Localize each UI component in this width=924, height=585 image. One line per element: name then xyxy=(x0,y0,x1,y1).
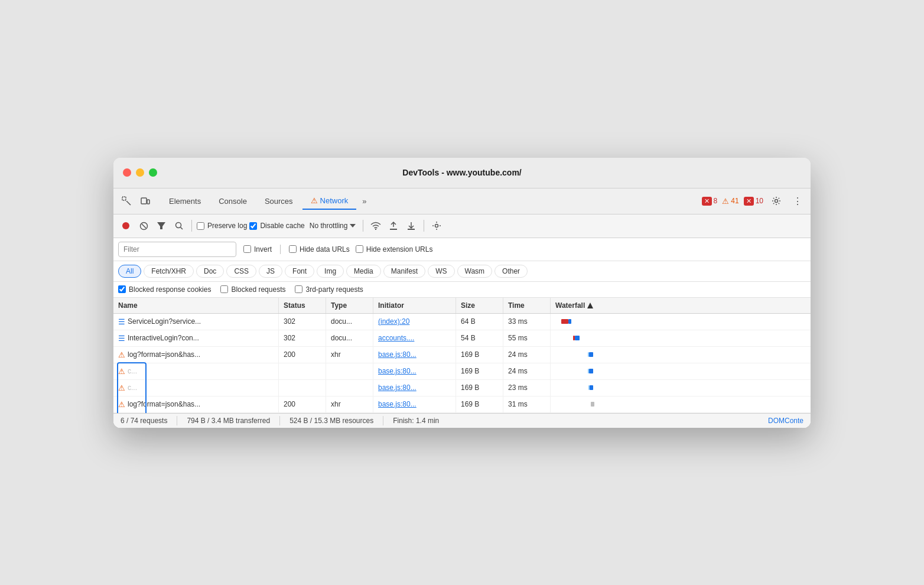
toolbar-separator-3 xyxy=(424,220,424,232)
initiator-link[interactable]: accounts.... xyxy=(378,334,414,342)
tab-sources[interactable]: Sources xyxy=(256,193,301,209)
blocked-cookies-input[interactable] xyxy=(118,285,126,293)
cell-initiator: base.js:80... xyxy=(373,380,456,396)
close-button[interactable] xyxy=(123,168,131,177)
clear-button[interactable] xyxy=(136,218,151,233)
initiator-link[interactable]: base.js:80... xyxy=(378,350,417,359)
cell-name: ⚠ c... xyxy=(113,380,279,396)
upload-icon[interactable] xyxy=(386,218,401,233)
svg-point-5 xyxy=(122,222,129,229)
warning-badge: ⚠ 41 xyxy=(722,197,738,206)
filter-input[interactable] xyxy=(118,242,236,257)
type-filter-media[interactable]: Media xyxy=(346,265,381,278)
doc-icon: ☰ xyxy=(118,317,125,326)
tab-console[interactable]: Console xyxy=(210,193,255,209)
blocked-requests-input[interactable] xyxy=(220,285,228,293)
more-tabs-icon[interactable]: » xyxy=(357,194,371,208)
tab-elements[interactable]: Elements xyxy=(161,193,209,209)
download-icon[interactable] xyxy=(404,218,419,233)
transferred-size: 794 B / 3.4 MB transferred xyxy=(187,417,270,425)
svg-point-4 xyxy=(775,200,778,203)
device-toggle-icon[interactable] xyxy=(137,193,154,209)
blocked-cookies-checkbox[interactable]: Blocked response cookies xyxy=(118,285,211,294)
type-filter-img[interactable]: Img xyxy=(317,265,344,278)
type-filter-all[interactable]: All xyxy=(118,265,141,278)
col-name[interactable]: Name xyxy=(113,298,279,313)
stop-recording-button[interactable] xyxy=(118,218,134,233)
initiator-link[interactable]: base.js:80... xyxy=(378,400,417,408)
throttle-select[interactable]: No throttling xyxy=(307,220,359,231)
initiator-link[interactable]: (index):20 xyxy=(378,317,409,326)
status-bar: 6 / 74 requests 794 B / 3.4 MB transferr… xyxy=(113,413,811,428)
svg-line-7 xyxy=(142,224,146,228)
blocked-requests-checkbox[interactable]: Blocked requests xyxy=(220,285,285,294)
third-party-checkbox[interactable]: 3rd-party requests xyxy=(295,285,363,294)
type-filter-css[interactable]: CSS xyxy=(226,265,256,278)
search-icon[interactable] xyxy=(171,218,187,233)
hide-ext-urls-input[interactable] xyxy=(356,245,363,253)
table-row[interactable]: ⚠ log?format=json&has... 200 xhr base.js… xyxy=(113,396,811,413)
cell-size: 169 B xyxy=(456,380,503,396)
table-row[interactable]: ☰ ServiceLogin?service... 302 docu... (i… xyxy=(113,314,811,330)
tab-network[interactable]: ⚠ Network xyxy=(302,193,357,210)
type-filter-wasm[interactable]: Wasm xyxy=(457,265,493,278)
cell-initiator: (index):20 xyxy=(373,314,456,330)
type-filter-other[interactable]: Other xyxy=(494,265,528,278)
col-time[interactable]: Time xyxy=(503,298,551,313)
col-waterfall[interactable]: Waterfall xyxy=(551,298,811,313)
col-type[interactable]: Type xyxy=(326,298,373,313)
col-initiator[interactable]: Initiator xyxy=(373,298,456,313)
type-filter-doc[interactable]: Doc xyxy=(196,265,224,278)
table-row[interactable]: ☰ InteractiveLogin?con... 302 docu... ac… xyxy=(113,330,811,347)
cell-time: 24 ms xyxy=(503,347,551,363)
cell-initiator: base.js:80... xyxy=(373,396,456,412)
type-filter-manifest[interactable]: Manifest xyxy=(383,265,425,278)
preserve-log-input[interactable] xyxy=(197,222,204,230)
cell-waterfall xyxy=(551,347,811,363)
type-filter-bar: All Fetch/XHR Doc CSS JS Font Img Media … xyxy=(113,261,811,282)
cell-size: 169 B xyxy=(456,347,503,363)
table-row[interactable]: ⚠ log?format=json&has... 200 xhr base.js… xyxy=(113,347,811,363)
maximize-button[interactable] xyxy=(149,168,157,177)
initiator-link[interactable]: base.js:80... xyxy=(378,384,417,392)
cell-status: 302 xyxy=(279,314,326,330)
minimize-button[interactable] xyxy=(136,168,144,177)
type-filter-font[interactable]: Font xyxy=(285,265,314,278)
disable-cache-input[interactable] xyxy=(249,222,257,230)
more-options-icon[interactable]: ⋮ xyxy=(789,193,806,209)
col-status[interactable]: Status xyxy=(279,298,326,313)
filter-input-wrap xyxy=(118,242,236,257)
window-title: DevTools - www.youtube.com/ xyxy=(402,168,521,177)
table-row[interactable]: ⚠ c... base.js:80... 169 B 24 ms xyxy=(113,363,811,380)
inspect-element-icon[interactable] xyxy=(118,193,135,209)
info-x-icon: ✕ xyxy=(744,197,754,206)
hide-data-urls-input[interactable] xyxy=(289,245,297,253)
initiator-link[interactable]: base.js:80... xyxy=(378,367,417,375)
cookie-filter-bar: Blocked response cookies Blocked request… xyxy=(113,282,811,298)
svg-point-12 xyxy=(375,229,376,230)
disable-cache-checkbox[interactable]: Disable cache xyxy=(249,222,304,230)
cell-status xyxy=(279,363,326,379)
type-filter-js[interactable]: JS xyxy=(259,265,282,278)
type-filter-fetch-xhr[interactable]: Fetch/XHR xyxy=(144,265,194,278)
settings-icon[interactable] xyxy=(768,193,785,209)
filter-icon[interactable] xyxy=(154,218,169,233)
invert-input[interactable] xyxy=(243,245,251,253)
table-row[interactable]: ⚠ c... base.js:80... 169 B 23 ms xyxy=(113,380,811,396)
type-filter-ws[interactable]: WS xyxy=(428,265,454,278)
cell-waterfall xyxy=(551,330,811,346)
invert-checkbox[interactable]: Invert xyxy=(243,245,272,254)
table-body: ☰ ServiceLogin?service... 302 docu... (i… xyxy=(113,314,811,413)
dom-content-label: DOMConte xyxy=(768,417,803,425)
wifi-icon[interactable] xyxy=(368,218,383,233)
toolbar-separator-2 xyxy=(363,220,363,232)
col-size[interactable]: Size xyxy=(456,298,503,313)
tab-bar: Elements Console Sources ⚠ Network » ✕ 8… xyxy=(113,188,811,214)
cell-type xyxy=(326,363,373,379)
hide-data-urls-checkbox[interactable]: Hide data URLs xyxy=(289,245,350,254)
network-settings-icon[interactable] xyxy=(429,218,444,233)
hide-ext-urls-checkbox[interactable]: Hide extension URLs xyxy=(356,245,433,254)
tab-bar-right: ✕ 8 ⚠ 41 ✕ 10 ⋮ xyxy=(702,193,806,209)
third-party-input[interactable] xyxy=(295,285,302,293)
preserve-log-checkbox[interactable]: Preserve log xyxy=(197,222,247,230)
